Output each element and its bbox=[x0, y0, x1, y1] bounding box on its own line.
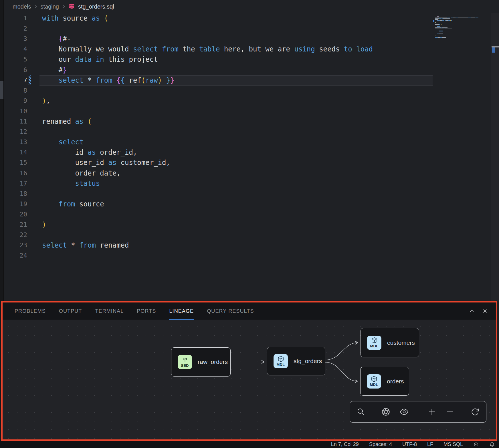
code-text: select * from renamed bbox=[42, 240, 129, 250]
zoom-out-icon[interactable] bbox=[445, 407, 454, 416]
chevron-right-icon bbox=[33, 5, 38, 9]
tab-terminal[interactable]: TERMINAL bbox=[95, 302, 124, 320]
bell-icon[interactable] bbox=[489, 442, 495, 447]
vscode-window: modelsstagingstg_orders.sql 1with source… bbox=[0, 0, 499, 448]
panel-actions bbox=[469, 302, 488, 320]
breadcrumb: modelsstagingstg_orders.sql bbox=[4, 0, 499, 13]
line-number: 21 bbox=[4, 220, 27, 230]
line-number: 5 bbox=[4, 54, 27, 65]
code-line-10[interactable]: 10 bbox=[4, 106, 499, 116]
refresh-icon[interactable] bbox=[471, 407, 480, 416]
lineage-node-orders[interactable]: MDLorders bbox=[360, 367, 409, 396]
node-badge: SED bbox=[178, 355, 192, 369]
code-text: user_id as customer_id, bbox=[42, 158, 170, 168]
code-line-8[interactable]: 8 bbox=[4, 85, 499, 96]
code-text: our data in this project bbox=[42, 54, 158, 65]
code-line-6[interactable]: 6 #} bbox=[4, 65, 499, 75]
breadcrumb-item-staging[interactable]: staging bbox=[40, 3, 59, 10]
status-spaces-4[interactable]: Spaces: 4 bbox=[369, 441, 392, 447]
tab-problems[interactable]: PROBLEMS bbox=[15, 302, 46, 320]
code-line-9[interactable]: 9), bbox=[4, 96, 499, 106]
lineage-canvas[interactable]: SEDraw_ordersMDLstg_ordersMDLcustomersMD… bbox=[3, 320, 496, 439]
code-line-24[interactable]: 24 bbox=[4, 250, 499, 261]
minimap-line bbox=[435, 17, 478, 17]
code-text: id as order_id, bbox=[42, 147, 137, 158]
code-line-15[interactable]: 15 user_id as customer_id, bbox=[4, 158, 499, 168]
code-line-17[interactable]: 17 status bbox=[4, 178, 499, 189]
minimap-line bbox=[435, 16, 439, 16]
line-number: 24 bbox=[4, 250, 27, 261]
tab-lineage[interactable]: LINEAGE bbox=[169, 302, 194, 320]
minimap-line bbox=[435, 31, 443, 31]
minimap-line bbox=[435, 37, 446, 37]
tab-ports[interactable]: PORTS bbox=[137, 302, 156, 320]
minimap-line bbox=[435, 24, 441, 25]
code-text: renamed as ( bbox=[42, 116, 92, 127]
sprout-icon bbox=[182, 357, 188, 363]
scroll-handle[interactable] bbox=[0, 81, 3, 99]
cube-icon bbox=[278, 356, 284, 362]
lineage-node-stg_orders[interactable]: MDLstg_orders bbox=[267, 347, 325, 375]
code-text: status bbox=[42, 178, 100, 189]
code-line-5[interactable]: 5 our data in this project bbox=[4, 54, 499, 65]
line-number: 23 bbox=[4, 240, 27, 250]
minimap-line bbox=[435, 14, 443, 14]
code-text: from source bbox=[42, 199, 104, 209]
status-ln-7-col-29[interactable]: Ln 7, Col 29 bbox=[331, 441, 359, 447]
tab-query-results[interactable]: QUERY RESULTS bbox=[207, 302, 254, 320]
node-label: raw_orders bbox=[198, 359, 228, 365]
code-line-16[interactable]: 16 order_date, bbox=[4, 168, 499, 178]
minimap-modified-marker bbox=[433, 20, 434, 22]
lineage-toolbar bbox=[350, 401, 486, 423]
line-number: 18 bbox=[4, 189, 27, 199]
code-line-13[interactable]: 13 select bbox=[4, 137, 499, 147]
toolbar-group bbox=[372, 401, 418, 422]
search-icon[interactable] bbox=[357, 407, 365, 416]
code-line-1[interactable]: 1with source as ( bbox=[4, 13, 499, 23]
code-line-7[interactable]: 7 select * from {{ ref(raw) }} bbox=[4, 75, 499, 85]
breadcrumb-file[interactable]: stg_orders.sql bbox=[78, 3, 114, 10]
zoom-in-icon[interactable] bbox=[427, 407, 436, 416]
status-lf[interactable]: LF bbox=[427, 441, 433, 447]
copilot-icon[interactable] bbox=[473, 442, 479, 447]
lineage-node-customers[interactable]: MDLcustomers bbox=[361, 328, 419, 357]
minimap-line bbox=[435, 33, 443, 33]
line-number: 14 bbox=[4, 147, 27, 158]
code-editor[interactable]: 1with source as (23 {#-4 Normally we wou… bbox=[4, 13, 499, 299]
minimap[interactable] bbox=[435, 13, 484, 45]
code-line-19[interactable]: 19 from source bbox=[4, 199, 499, 209]
code-line-3[interactable]: 3 {#- bbox=[4, 34, 499, 44]
code-line-21[interactable]: 21) bbox=[4, 220, 499, 230]
tab-output[interactable]: OUTPUT bbox=[59, 302, 82, 320]
code-text: {#- bbox=[42, 34, 71, 44]
code-line-11[interactable]: 11renamed as ( bbox=[4, 116, 499, 127]
node-label: orders bbox=[387, 378, 404, 385]
code-text: Normally we would select from the table … bbox=[42, 44, 373, 54]
code-line-4[interactable]: 4 Normally we would select from the tabl… bbox=[4, 44, 499, 54]
status-ms-sql[interactable]: MS SQL bbox=[443, 441, 463, 447]
code-line-20[interactable]: 20 bbox=[4, 209, 499, 220]
toolbar-group bbox=[464, 401, 486, 422]
chevron-up-icon[interactable] bbox=[469, 308, 475, 314]
line-number: 20 bbox=[4, 209, 27, 220]
minimap-line bbox=[435, 35, 435, 35]
node-badge-label: MDL bbox=[370, 383, 378, 387]
code-line-14[interactable]: 14 id as order_id, bbox=[4, 147, 499, 158]
editor-scrollbar[interactable] bbox=[491, 13, 499, 301]
breadcrumb-item-models[interactable]: models bbox=[13, 3, 31, 10]
status-utf-8[interactable]: UTF-8 bbox=[402, 441, 417, 447]
eye-icon[interactable] bbox=[400, 407, 409, 416]
aperture-icon[interactable] bbox=[381, 407, 390, 416]
code-line-2[interactable]: 2 bbox=[4, 23, 499, 34]
code-line-12[interactable]: 12 bbox=[4, 127, 499, 137]
code-line-18[interactable]: 18 bbox=[4, 189, 499, 199]
node-badge: MDL bbox=[367, 336, 381, 350]
panel-tab-bar: PROBLEMSOUTPUTTERMINALPORTSLINEAGEQUERY … bbox=[3, 302, 496, 320]
node-badge-label: MDL bbox=[276, 363, 285, 367]
code-line-23[interactable]: 23select * from renamed bbox=[4, 240, 499, 250]
overview-ruler-modified-mark bbox=[492, 47, 495, 53]
lineage-node-raw_orders[interactable]: SEDraw_orders bbox=[171, 347, 231, 377]
code-line-22[interactable]: 22 bbox=[4, 230, 499, 240]
line-number: 11 bbox=[4, 116, 27, 127]
close-icon[interactable] bbox=[482, 308, 488, 314]
